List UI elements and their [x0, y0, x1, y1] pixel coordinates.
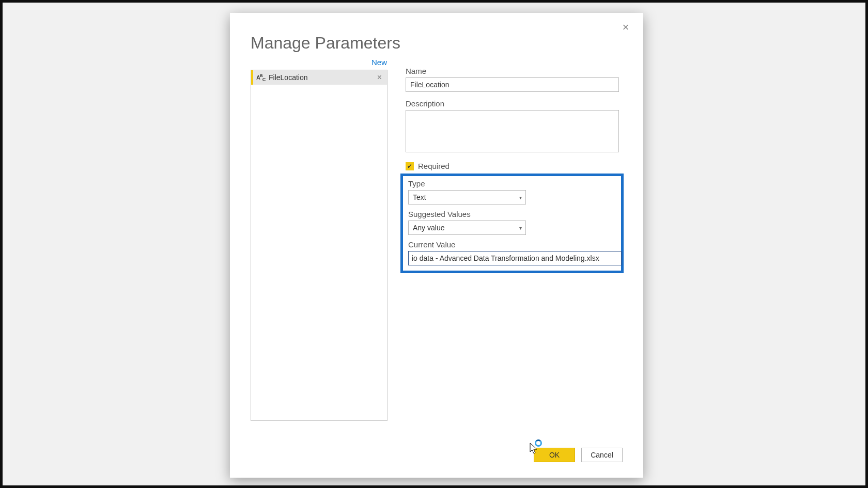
name-input[interactable] — [406, 77, 619, 92]
required-row: ✓ Required — [406, 162, 625, 170]
suggested-values-dropdown[interactable]: Any value ▾ — [408, 221, 526, 235]
description-input[interactable] — [406, 110, 619, 152]
type-label: Type — [408, 179, 616, 188]
dialog-title: Manage Parameters — [251, 34, 400, 53]
ok-button-label: OK — [549, 451, 560, 459]
app-background: × Manage Parameters New ABC FileLocation… — [0, 0, 868, 488]
ok-button[interactable]: OK — [534, 448, 575, 462]
suggested-values-label: Suggested Values — [408, 210, 616, 218]
name-field-group: Name — [406, 67, 625, 92]
cancel-button-label: Cancel — [591, 451, 613, 459]
required-label: Required — [418, 162, 450, 170]
highlighted-settings-box: Type Text ▾ Suggested Values Any value ▾… — [400, 174, 624, 273]
close-icon: × — [623, 21, 629, 34]
parameter-item-label: FileLocation — [268, 73, 375, 82]
required-checkbox[interactable]: ✓ — [406, 162, 414, 170]
close-button[interactable]: × — [617, 19, 634, 36]
cancel-button[interactable]: Cancel — [581, 448, 623, 462]
type-dropdown[interactable]: Text ▾ — [408, 190, 526, 204]
type-field-group: Type Text ▾ — [408, 179, 616, 204]
parameter-list-panel: New ABC FileLocation × — [251, 70, 388, 421]
text-type-icon: ABC — [256, 73, 268, 82]
current-value-input[interactable] — [408, 251, 622, 265]
description-field-group: Description — [406, 99, 625, 154]
close-icon: × — [377, 73, 382, 82]
manage-parameters-dialog: × Manage Parameters New ABC FileLocation… — [230, 13, 643, 478]
remove-parameter-button[interactable]: × — [375, 73, 384, 82]
new-parameter-link[interactable]: New — [371, 58, 387, 67]
name-label: Name — [406, 67, 625, 75]
parameter-list-item[interactable]: ABC FileLocation × — [251, 70, 387, 85]
parameter-form: Name Description ✓ Required Type Text ▾ — [406, 67, 625, 273]
dialog-footer: OK Cancel — [534, 448, 623, 462]
current-value-label: Current Value — [408, 240, 616, 249]
suggested-values-dropdown-value: Any value — [408, 221, 526, 235]
current-value-field-group: Current Value — [408, 240, 616, 265]
description-label: Description — [406, 99, 625, 108]
suggested-values-field-group: Suggested Values Any value ▾ — [408, 210, 616, 235]
type-dropdown-value: Text — [408, 190, 526, 204]
